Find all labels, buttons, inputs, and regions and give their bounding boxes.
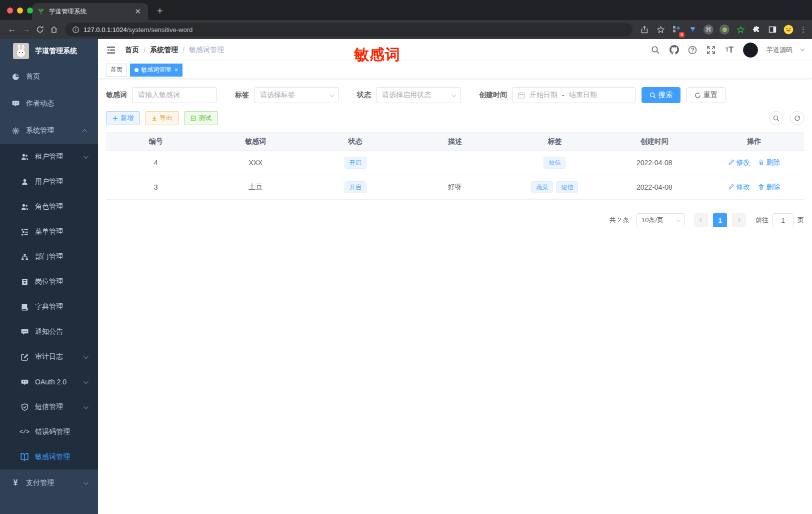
delete-link[interactable]: 删除 (758, 158, 780, 167)
user-name: 芋道源码 (766, 46, 792, 55)
export-button[interactable]: 导出 (145, 111, 179, 125)
edit-link[interactable]: 修改 (728, 183, 750, 192)
back-icon[interactable]: ← (5, 23, 19, 37)
date-label: 创建时间 (479, 91, 507, 100)
help-icon[interactable] (688, 45, 698, 55)
sidebar-item-role[interactable]: 角色管理 (0, 194, 98, 219)
extension-record-icon[interactable] (718, 23, 731, 36)
side-panel-icon[interactable] (766, 23, 779, 36)
extension-gem-icon[interactable] (686, 23, 699, 36)
sidebar-item-post[interactable]: 岗位管理 (0, 269, 98, 294)
home-icon[interactable] (47, 23, 61, 37)
search-icon[interactable] (650, 45, 660, 55)
share-icon[interactable] (638, 23, 651, 36)
fullscreen-icon[interactable] (706, 45, 716, 55)
add-button[interactable]: 新增 (106, 111, 140, 125)
page-size-select[interactable]: 10条/页 (636, 213, 684, 227)
col-id: 编号 (106, 133, 206, 151)
tag-select[interactable]: 请选择标签 (254, 87, 339, 103)
delete-link[interactable]: 删除 (758, 183, 780, 192)
reset-button[interactable]: 重置 (686, 87, 726, 103)
chevron-up-icon (82, 129, 87, 134)
top-navbar: 首页 / 系统管理 / 敏感词管理 敏感词 TT (98, 39, 812, 61)
tag-sensitive-word[interactable]: 敏感词管理 × (130, 64, 182, 77)
zoom-window-button[interactable] (27, 8, 33, 14)
cell-description (405, 151, 504, 175)
sidebar-item-dict[interactable]: 字典管理 (0, 294, 98, 319)
refresh-button[interactable] (790, 111, 804, 125)
cell-created: 2022-04-08 (604, 151, 704, 175)
bookmark-star-icon[interactable] (654, 23, 667, 36)
sidebar-item-system[interactable]: 系统管理 (0, 117, 98, 144)
page-number-button[interactable]: 1 (713, 213, 727, 227)
sidebar-item-sms[interactable]: 短信管理 (0, 394, 98, 419)
goto-label: 前往 (756, 216, 768, 225)
goto-page-input[interactable] (772, 213, 794, 227)
sidebar-item-user[interactable]: 用户管理 (0, 169, 98, 194)
github-icon[interactable] (669, 45, 679, 55)
sidebar-item-sensitive-word[interactable]: 敏感词管理 (0, 444, 98, 469)
status-select[interactable]: 请选择启用状态 (376, 87, 461, 103)
tag-pill: 蔬菜 (531, 181, 553, 193)
keyword-input[interactable]: 请输入敏感词 (132, 87, 217, 103)
tab-close-icon[interactable]: ✕ (132, 7, 143, 16)
chevron-down-icon (330, 92, 334, 97)
extensions-puzzle-icon[interactable] (750, 23, 763, 36)
sidebar-item-oauth[interactable]: OAuth 2.0 (0, 369, 98, 394)
sidebar-item-home[interactable]: 首页 (0, 63, 98, 90)
col-word: 敏感词 (206, 133, 305, 151)
cell-actions: 修改删除 (704, 151, 804, 175)
site-info-icon[interactable] (69, 23, 82, 36)
code-icon: </> (20, 429, 29, 435)
breadcrumb-system[interactable]: 系统管理 (150, 46, 178, 55)
tag-home[interactable]: 首页 (106, 64, 127, 77)
yen-icon: ¥ (11, 478, 20, 487)
hide-search-button[interactable] (769, 111, 783, 125)
search-button[interactable]: 搜索 (642, 87, 680, 103)
forward-icon[interactable]: → (19, 23, 33, 37)
sidebar-item-menu-mgmt[interactable]: 菜单管理 (0, 219, 98, 244)
extension-grid-icon[interactable]: 9 (670, 23, 683, 36)
sidebar-item-pay[interactable]: ¥ 支付管理 (0, 469, 98, 496)
window-controls (7, 8, 33, 14)
sidebar-item-author-news[interactable]: 作者动态 (0, 90, 98, 117)
breadcrumb-home[interactable]: 首页 (125, 46, 139, 55)
chevron-down-icon (84, 354, 88, 359)
chevron-down-icon[interactable] (800, 47, 804, 51)
app-logo-row[interactable]: 芋道管理系统 (0, 39, 98, 63)
test-button[interactable]: 测试 (184, 111, 218, 125)
minimize-window-button[interactable] (17, 8, 23, 14)
user-avatar[interactable] (743, 43, 758, 58)
filter-form: 敏感词 请输入敏感词 标签 请选择标签 状态 请选择启用状态 (106, 87, 804, 103)
tag-close-icon[interactable]: × (174, 67, 178, 74)
table-body: 4XXX开启短信2022-04-08修改删除3土豆开启好呀蔬菜短信2022-04… (106, 151, 804, 200)
robot-icon (20, 378, 29, 386)
profile-avatar-emoji[interactable] (782, 23, 795, 36)
url-path: /system/sensitive-word (127, 26, 192, 34)
gear-icon (11, 127, 20, 135)
sidebar-item-tenant[interactable]: 租户管理 (0, 144, 98, 169)
new-tab-button[interactable]: ＋ (155, 4, 164, 20)
next-page-button[interactable] (732, 213, 746, 227)
sidebar-item-errcode[interactable]: </> 错误码管理 (0, 419, 98, 444)
sidebar-item-audit-log[interactable]: 审计日志 (0, 344, 98, 369)
browser-tab[interactable]: 芋道管理系统 ✕ (32, 3, 148, 20)
cell-description: 好呀 (405, 175, 504, 200)
tree-list-icon (20, 228, 29, 236)
extension-command-icon[interactable]: ⌘ (702, 23, 715, 36)
sidebar-item-notice[interactable]: 通知公告 (0, 319, 98, 344)
extension-green-star-icon[interactable] (734, 23, 747, 36)
sidebar-fold-icon[interactable] (106, 45, 116, 55)
table-header-row: 编号 敏感词 状态 描述 标签 创建时间 操作 (106, 133, 804, 151)
prev-page-button[interactable] (694, 213, 708, 227)
status-badge: 开启 (344, 181, 366, 193)
edit-link[interactable]: 修改 (728, 158, 750, 167)
sidebar-item-dept[interactable]: 部门管理 (0, 244, 98, 269)
reload-icon[interactable] (33, 23, 47, 37)
close-window-button[interactable] (7, 8, 13, 14)
address-bar[interactable]: 127.0.0.1:1024/system/sensitive-word (65, 23, 632, 37)
font-size-icon[interactable]: TT (724, 45, 734, 55)
url-host: 127.0.0.1:1024 (84, 26, 127, 34)
browser-menu-icon[interactable]: ⋮ (800, 25, 807, 34)
date-range-picker[interactable]: 开始日期 - 结束日期 (512, 87, 636, 103)
